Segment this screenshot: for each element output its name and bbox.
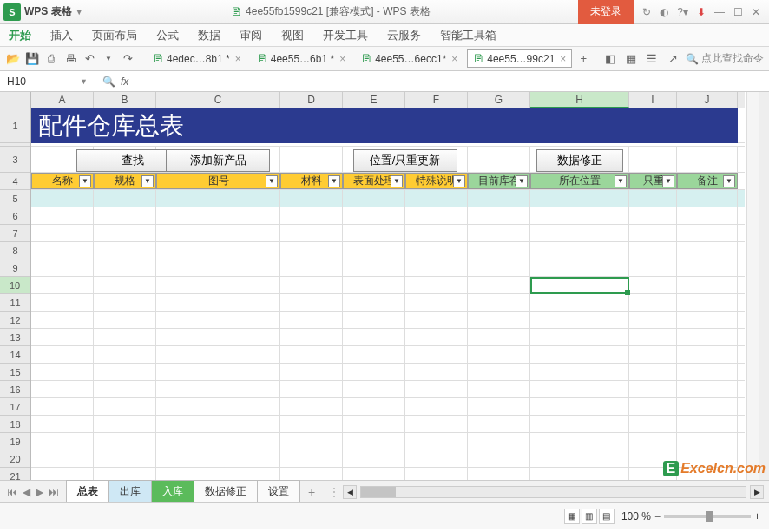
filter-icon[interactable]: ▼ bbox=[391, 175, 403, 187]
search-command[interactable]: 🔍 点此查找命令 bbox=[686, 51, 764, 66]
scroll-left-icon[interactable]: ◀ bbox=[343, 485, 357, 499]
close-tab-icon[interactable]: × bbox=[339, 53, 345, 65]
help-icon[interactable]: ?▾ bbox=[675, 4, 690, 20]
doctab-1[interactable]: 🖹4edec…8b1 *× bbox=[147, 49, 247, 68]
vertical-mini-scrollbar[interactable] bbox=[759, 92, 769, 480]
row-17[interactable]: 17 bbox=[0, 398, 30, 416]
col-I[interactable]: I bbox=[629, 92, 677, 108]
add-product-button[interactable]: 添加新产品 bbox=[166, 149, 270, 172]
sheettab-summary[interactable]: 总表 bbox=[66, 480, 109, 503]
page-break-icon[interactable]: ▤ bbox=[599, 509, 615, 524]
skin-icon[interactable]: ◐ bbox=[658, 4, 670, 20]
app-dropdown-icon[interactable]: ▼ bbox=[76, 8, 83, 16]
vertical-scrollbar[interactable] bbox=[746, 92, 759, 480]
pin-icon[interactable]: ⬇ bbox=[695, 4, 707, 20]
hdr-note[interactable]: 备注▼ bbox=[677, 173, 738, 189]
row-20[interactable]: 20 bbox=[0, 450, 30, 468]
menu-review[interactable]: 审阅 bbox=[240, 28, 262, 43]
select-all-corner[interactable] bbox=[0, 92, 31, 108]
sync-icon[interactable]: ↻ bbox=[641, 4, 653, 20]
menu-view[interactable]: 视图 bbox=[281, 28, 304, 43]
hscroll-track[interactable] bbox=[360, 486, 746, 498]
minimize-icon[interactable]: — bbox=[713, 4, 726, 20]
row-15[interactable]: 15 bbox=[0, 364, 30, 381]
menu-smart[interactable]: 智能工具箱 bbox=[440, 28, 496, 43]
hdr-special[interactable]: 特殊说明▼ bbox=[405, 173, 468, 189]
row-10[interactable]: 10 bbox=[0, 277, 30, 294]
filter-icon[interactable]: ▼ bbox=[453, 175, 465, 187]
doctab-3[interactable]: 🖹4ee55…6ecc1*× bbox=[355, 49, 463, 68]
menu-dev[interactable]: 开发工具 bbox=[323, 28, 368, 43]
menu-start[interactable]: 开始 bbox=[9, 28, 31, 43]
close-icon[interactable]: ✕ bbox=[750, 4, 762, 20]
hdr-stock[interactable]: 目前库存▼ bbox=[468, 173, 530, 189]
close-tab-icon[interactable]: × bbox=[451, 53, 457, 65]
filter-icon[interactable]: ▼ bbox=[662, 175, 674, 187]
zoom-in-icon[interactable]: + bbox=[754, 510, 760, 522]
name-box[interactable]: H10 ▼ bbox=[0, 71, 95, 91]
filter-icon[interactable]: ▼ bbox=[516, 175, 528, 187]
filter-icon[interactable]: ▼ bbox=[79, 175, 91, 187]
normal-view-icon[interactable]: ▦ bbox=[564, 509, 580, 524]
row-13[interactable]: 13 bbox=[0, 329, 30, 346]
filter-icon[interactable]: ▼ bbox=[723, 175, 735, 187]
login-button[interactable]: 未登录 bbox=[578, 0, 634, 24]
close-tab-icon[interactable]: × bbox=[560, 53, 566, 65]
row-4[interactable]: 4 bbox=[0, 173, 30, 190]
prev-sheet-icon[interactable]: ◀ bbox=[21, 486, 32, 498]
zoom-slider[interactable] bbox=[664, 515, 751, 518]
hdr-location[interactable]: 所在位置▼ bbox=[530, 173, 629, 189]
col-A[interactable]: A bbox=[31, 92, 94, 108]
sheettab-settings[interactable]: 设置 bbox=[257, 480, 300, 503]
share-icon[interactable]: ↗ bbox=[665, 51, 680, 67]
row-6[interactable]: 6 bbox=[0, 207, 30, 225]
row-3[interactable]: 3 bbox=[0, 147, 30, 173]
menu-data[interactable]: 数据 bbox=[198, 28, 220, 43]
filter-icon[interactable]: ▼ bbox=[266, 175, 278, 187]
row-1[interactable]: 1 bbox=[0, 108, 30, 143]
sidebar-icon[interactable]: ◧ bbox=[602, 51, 618, 67]
filter-icon[interactable]: ▼ bbox=[141, 175, 154, 187]
hscroll-thumb[interactable] bbox=[361, 487, 396, 497]
print-icon[interactable]: ⎙ bbox=[43, 51, 59, 67]
col-E[interactable]: E bbox=[343, 92, 405, 108]
grid[interactable]: 配件仓库总表 查找 添加新产品 位置/只重更新 数据修正 名称▼ 规格▼ 图号▼… bbox=[31, 108, 745, 480]
save-icon[interactable]: 💾 bbox=[24, 51, 40, 67]
filter-icon[interactable]: ▼ bbox=[615, 175, 627, 187]
row-21[interactable]: 21 bbox=[0, 468, 30, 480]
sheet-title[interactable]: 配件仓库总表 bbox=[31, 108, 738, 143]
row-14[interactable]: 14 bbox=[0, 346, 30, 364]
hdr-drawing[interactable]: 图号▼ bbox=[156, 173, 280, 189]
col-H[interactable]: H bbox=[530, 92, 629, 108]
hdr-only[interactable]: 只重▼ bbox=[629, 173, 677, 189]
row-8[interactable]: 8 bbox=[0, 242, 30, 259]
row-19[interactable]: 19 bbox=[0, 433, 30, 450]
row-7[interactable]: 7 bbox=[0, 225, 30, 242]
maximize-icon[interactable]: ☐ bbox=[732, 4, 745, 20]
menu-formula[interactable]: 公式 bbox=[156, 28, 179, 43]
hdr-surface[interactable]: 表面处理▼ bbox=[343, 173, 405, 189]
hdr-name[interactable]: 名称▼ bbox=[31, 173, 94, 189]
chevron-down-icon[interactable]: ▼ bbox=[80, 77, 88, 86]
preview-icon[interactable]: 🖶 bbox=[62, 51, 78, 67]
first-sheet-icon[interactable]: ⏮ bbox=[5, 486, 19, 498]
col-G[interactable]: G bbox=[468, 92, 530, 108]
row-16[interactable]: 16 bbox=[0, 381, 30, 398]
undo-icon[interactable]: ↶ bbox=[82, 51, 97, 67]
zoom-out-icon[interactable]: − bbox=[654, 510, 661, 522]
page-layout-icon[interactable]: ▥ bbox=[582, 509, 597, 524]
tools-icon[interactable]: ☰ bbox=[644, 51, 660, 67]
doctab-4[interactable]: 🖹4ee55…99c21× bbox=[467, 49, 572, 68]
last-sheet-icon[interactable]: ⏭ bbox=[47, 486, 61, 498]
update-location-button[interactable]: 位置/只重更新 bbox=[353, 149, 457, 172]
col-D[interactable]: D bbox=[280, 92, 343, 108]
sheettab-out[interactable]: 出库 bbox=[108, 480, 152, 503]
redo-icon[interactable]: ↷ bbox=[120, 51, 135, 67]
sheettab-in[interactable]: 入库 bbox=[151, 480, 194, 503]
col-C[interactable]: C bbox=[156, 92, 280, 108]
grid-icon[interactable]: ▦ bbox=[623, 51, 639, 67]
col-B[interactable]: B bbox=[94, 92, 156, 108]
next-sheet-icon[interactable]: ▶ bbox=[34, 486, 45, 498]
add-tab-icon[interactable]: + bbox=[575, 51, 591, 67]
col-F[interactable]: F bbox=[405, 92, 468, 108]
